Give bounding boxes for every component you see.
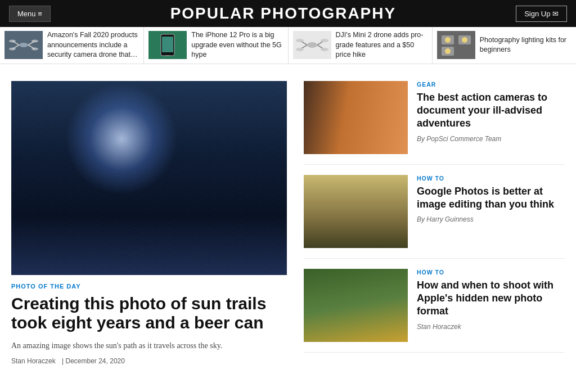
signup-button[interactable]: Sign Up ✉ [516, 6, 567, 22]
svg-rect-13 [165, 55, 170, 56]
ticker-thumb-0 [4, 31, 43, 59]
svg-point-59 [377, 274, 405, 325]
svg-rect-52 [309, 291, 313, 336]
svg-rect-39 [304, 175, 408, 248]
svg-point-34 [315, 115, 382, 154]
svg-point-37 [357, 115, 363, 121]
svg-point-21 [321, 39, 328, 42]
svg-rect-12 [162, 37, 173, 52]
svg-point-9 [32, 48, 38, 51]
article-category-2: HOW TO [417, 269, 565, 276]
ticker-thumb-2 [293, 31, 331, 59]
ticker-text-2: DJI's Mini 2 drone adds pro-grade featur… [336, 30, 428, 60]
svg-rect-41 [337, 195, 375, 228]
ticker-text-0: Amazon's Fall 2020 products announcement… [47, 30, 139, 60]
svg-rect-36 [354, 109, 366, 114]
svg-point-55 [344, 298, 364, 318]
svg-rect-38 [304, 175, 408, 248]
svg-point-20 [296, 39, 304, 42]
feature-byline: Stan Horaczek | December 24, 2020 [11, 357, 287, 365]
svg-point-8 [9, 48, 16, 51]
article-category-1: HOW TO [417, 175, 565, 182]
svg-rect-43 [349, 197, 357, 205]
svg-point-29 [462, 37, 467, 43]
article-list: GEAR The best action cameras to document… [304, 81, 565, 365]
ticker-text-1: The iPhone 12 Pro is a big upgrade even … [191, 30, 283, 60]
menu-button[interactable]: Menu ≡ [9, 6, 51, 22]
svg-point-28 [445, 37, 451, 43]
ticker-item-3[interactable]: Photography lighting kits for beginners [433, 27, 576, 64]
article-thumb-0 [304, 81, 408, 154]
article-row-1[interactable]: HOW TO Google Photos is better at image … [304, 165, 565, 259]
svg-point-48 [325, 211, 340, 222]
ticker-text-3: Photography lighting kits for beginners [480, 35, 572, 55]
svg-rect-40 [335, 192, 377, 231]
article-category-0: GEAR [417, 81, 565, 88]
feature-description: An amazing image shows the sun's path as… [11, 340, 287, 352]
article-title-1: Google Photos is better at image editing… [417, 185, 565, 211]
article-info-1: HOW TO Google Photos is better at image … [417, 175, 565, 248]
svg-point-15 [307, 42, 317, 48]
svg-point-22 [296, 48, 304, 51]
article-title-0: The best action cameras to document your… [417, 91, 565, 130]
svg-rect-31 [304, 81, 408, 154]
svg-point-49 [372, 206, 388, 217]
article-row-0[interactable]: GEAR The best action cameras to document… [304, 81, 565, 165]
svg-point-7 [32, 40, 38, 43]
article-thumb-2 [304, 269, 408, 342]
svg-point-30 [445, 48, 451, 54]
article-thumb-1 [304, 175, 408, 248]
svg-rect-33 [304, 81, 408, 126]
ticker-thumb-1 [148, 31, 187, 59]
site-title: POPULAR PHOTOGRAPHY [170, 4, 397, 22]
ticker-item-0[interactable]: Amazon's Fall 2020 products announcement… [0, 27, 144, 64]
ticker-item-2[interactable]: DJI's Mini 2 drone adds pro-grade featur… [289, 27, 433, 64]
ticker-thumb-3 [437, 31, 475, 59]
article-byline-1: By Harry Guinness [417, 215, 565, 223]
svg-rect-44 [359, 197, 367, 205]
svg-point-54 [342, 296, 367, 321]
main-content: PHOTO OF THE DAY Creating this photo of … [0, 64, 576, 382]
article-info-0: GEAR The best action cameras to document… [417, 81, 565, 154]
article-info-2: HOW TO How and when to shoot with Apple'… [417, 269, 565, 342]
svg-point-53 [304, 269, 321, 308]
ticker-item-1[interactable]: The iPhone 12 Pro is a big upgrade even … [144, 27, 288, 64]
svg-point-1 [19, 43, 28, 47]
ticker-strip: Amazon's Fall 2020 products announcement… [0, 27, 576, 64]
site-header: Menu ≡ POPULAR PHOTOGRAPHY Sign Up ✉ [0, 0, 576, 27]
article-byline-0: By PopSci Commerce Team [417, 135, 565, 143]
svg-point-23 [321, 48, 328, 51]
feature-image-inner [11, 81, 287, 275]
svg-rect-47 [359, 208, 367, 215]
svg-rect-45 [339, 208, 347, 215]
feature-title: Creating this photo of sun trails took e… [11, 294, 287, 333]
svg-point-6 [9, 40, 16, 43]
feature-author: Stan Horaczek [11, 357, 56, 365]
svg-rect-42 [339, 197, 347, 205]
svg-rect-46 [349, 208, 357, 215]
feature-image [11, 81, 287, 275]
article-row-2[interactable]: HOW TO How and when to shoot with Apple'… [304, 259, 565, 353]
svg-rect-51 [304, 269, 408, 342]
article-title-2: How and when to shoot with Apple's hidde… [417, 279, 565, 318]
svg-rect-35 [352, 112, 368, 124]
svg-rect-32 [304, 81, 408, 154]
feature-date: | December 24, 2020 [62, 357, 125, 365]
svg-rect-50 [304, 269, 408, 342]
feature-article[interactable]: PHOTO OF THE DAY Creating this photo of … [11, 81, 287, 365]
feature-category: PHOTO OF THE DAY [11, 283, 287, 290]
article-byline-2: Stan Horaczek [417, 323, 565, 331]
